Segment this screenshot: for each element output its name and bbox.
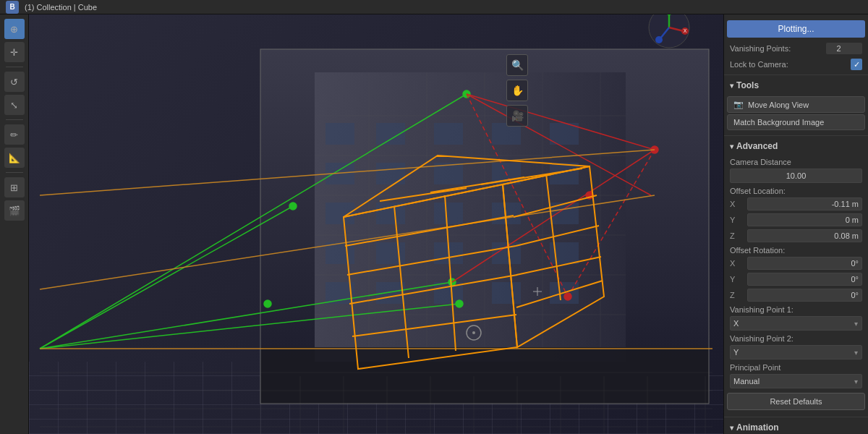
move-along-view-icon: 📷 <box>733 100 744 109</box>
top-bar: B (1) Collection | Cube <box>0 0 868 14</box>
svg-rect-16 <box>434 123 463 145</box>
pan-btn[interactable]: ✋ <box>506 80 528 101</box>
app-icon: B <box>6 1 19 14</box>
animation-section-label: Animation <box>736 422 779 433</box>
principal-point-select[interactable]: Manual Auto <box>730 374 862 388</box>
scale-tool-btn[interactable]: ⤡ <box>4 95 25 115</box>
tools-section-content: 📷 Move Along View Match Background Image <box>724 93 868 133</box>
move-along-view-btn[interactable]: 📷 Move Along View <box>727 96 865 113</box>
toolbar-separator-2 <box>6 119 23 120</box>
move-along-view-label: Move Along View <box>748 101 809 109</box>
vp1-dropdown-wrapper: X Y Z <box>730 316 862 331</box>
rot-z-input[interactable] <box>747 289 862 302</box>
svg-rect-39 <box>260 347 709 404</box>
advanced-chevron-icon: ▾ <box>730 142 733 150</box>
vanishing-points-label: Vanishing Points: <box>730 44 822 53</box>
svg-rect-20 <box>376 163 405 184</box>
vanishing-points-row: Vanishing Points: <box>724 41 868 56</box>
rot-z-row: Z <box>724 287 868 303</box>
camera-distance-input[interactable] <box>730 169 862 183</box>
tools-section-header[interactable]: ▾ Tools <box>724 77 868 93</box>
advanced-section-header[interactable]: ▾ Advanced <box>724 138 868 154</box>
offset-z-label: Z <box>730 231 744 240</box>
right-panel: Plotting... Vanishing Points: Lock to Ca… <box>723 14 868 434</box>
offset-y-input[interactable] <box>747 213 862 226</box>
measure-tool-btn[interactable]: 📐 <box>4 148 25 168</box>
lock-to-camera-label: Lock to Camera: <box>730 60 846 69</box>
tools-chevron-icon: ▾ <box>730 82 733 90</box>
vp2-dropdown-wrapper: Y X Z <box>730 345 862 359</box>
offset-x-input[interactable] <box>747 197 862 210</box>
rot-x-input[interactable] <box>747 257 862 270</box>
rot-x-row: X <box>724 255 868 271</box>
divider-1 <box>724 75 868 75</box>
annotate-tool-btn[interactable]: ✏ <box>4 124 25 145</box>
plotting-button[interactable]: Plotting... <box>727 20 865 38</box>
rot-y-row: Y <box>724 271 868 287</box>
divider-3 <box>724 417 868 417</box>
svg-text:X: X <box>684 28 687 33</box>
camera-view-btn[interactable]: 🎥 <box>506 105 528 127</box>
vp2-label: Vanishing Point 2: <box>724 332 868 344</box>
vp1-select[interactable]: X Y Z <box>730 316 862 331</box>
rotate-tool-btn[interactable]: ↺ <box>4 72 25 92</box>
main-layout: ⊕ ✛ ↺ ⤡ ✏ 📐 ⊞ 🎬 <box>0 14 868 434</box>
principal-point-label: Principal Point <box>724 361 868 373</box>
window-title: (1) Collection | Cube <box>25 3 97 12</box>
animation-chevron-icon: ▾ <box>730 424 733 432</box>
rot-y-label: Y <box>730 275 744 284</box>
toolbar-separator-3 <box>6 172 23 173</box>
svg-point-64 <box>264 300 271 307</box>
camera-distance-label: Camera Distance <box>724 156 868 167</box>
left-toolbar: ⊕ ✛ ↺ ⤡ ✏ 📐 ⊞ 🎬 <box>0 14 29 434</box>
match-background-image-btn[interactable]: Match Background Image <box>727 114 865 130</box>
reset-defaults-btn[interactable]: Reset Defaults <box>727 393 865 410</box>
offset-location-label: Offset Location: <box>724 184 868 196</box>
advanced-section-label: Advanced <box>736 141 778 151</box>
vp2-select[interactable]: Y X Z <box>730 345 862 359</box>
offset-y-label: Y <box>730 216 744 224</box>
tools-section-label: Tools <box>736 80 759 90</box>
svg-point-63 <box>456 300 463 307</box>
viewport[interactable]: Y X 🔍 ✋ 🎥 <box>29 14 723 434</box>
transform-tool-btn[interactable]: ⊞ <box>4 177 25 197</box>
advanced-section-content: Camera Distance Offset Location: X Y Z O… <box>724 154 868 414</box>
vp1-dropdown-row: X Y Z <box>724 315 868 332</box>
camera-tool-btn[interactable]: 🎬 <box>4 200 25 221</box>
rot-y-input[interactable] <box>747 273 862 286</box>
svg-point-91 <box>472 331 475 334</box>
vp1-label: Vanishing Point 1: <box>724 303 868 315</box>
offset-x-row: X <box>724 196 868 212</box>
svg-point-98 <box>655 36 663 43</box>
svg-rect-14 <box>326 123 354 145</box>
svg-rect-26 <box>434 203 463 224</box>
rot-z-label: Z <box>730 291 744 299</box>
match-bg-label: Match Background Image <box>733 118 824 127</box>
offset-z-row: Z <box>724 228 868 244</box>
principal-point-wrapper: Manual Auto <box>730 374 862 388</box>
move-tool-btn[interactable]: ✛ <box>4 42 25 62</box>
lock-to-camera-row: Lock to Camera: ✓ <box>724 56 868 72</box>
offset-x-label: X <box>730 200 744 208</box>
vanishing-points-input[interactable] <box>826 43 862 54</box>
principal-point-dropdown-row: Manual Auto <box>724 373 868 390</box>
viewport-svg: Y X <box>29 14 723 434</box>
lock-to-camera-checkbox[interactable]: ✓ <box>851 59 862 70</box>
svg-point-71 <box>564 293 571 300</box>
svg-point-61 <box>289 203 297 210</box>
svg-rect-37 <box>492 282 521 304</box>
svg-rect-35 <box>376 282 405 304</box>
svg-line-57 <box>40 206 293 349</box>
offset-y-row: Y <box>724 212 868 228</box>
rot-x-label: X <box>730 259 744 268</box>
vp2-dropdown-row: Y X Z <box>724 344 868 361</box>
viewport-tools: 🔍 ✋ 🎥 <box>506 54 528 127</box>
divider-2 <box>724 135 868 136</box>
offset-rotation-label: Offset Rotation: <box>724 244 868 255</box>
toolbar-separator-1 <box>6 67 23 67</box>
zoom-btn[interactable]: 🔍 <box>506 54 528 76</box>
animation-section-header[interactable]: ▾ Animation <box>724 420 868 434</box>
offset-z-input[interactable] <box>747 229 862 242</box>
svg-rect-30 <box>376 242 405 264</box>
cursor-tool-btn[interactable]: ⊕ <box>4 19 25 39</box>
